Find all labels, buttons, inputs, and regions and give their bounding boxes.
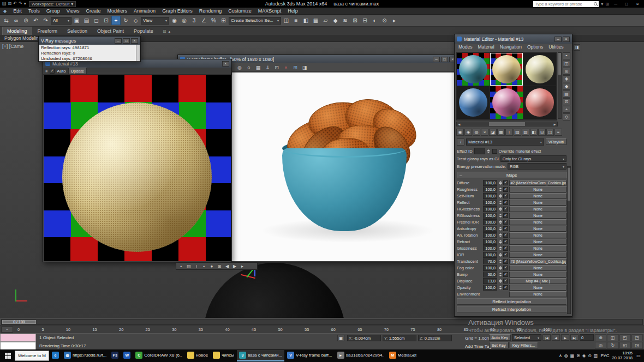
frame-buffer-tool-icon[interactable]: × bbox=[282, 64, 290, 71]
map-amount-field[interactable]: 100,0 bbox=[483, 180, 497, 186]
time-slider-track[interactable]: 0 / 100 bbox=[1, 319, 643, 325]
menu-item[interactable]: Modifiers bbox=[104, 8, 131, 15]
map-enable-checkbox[interactable]: ✓ bbox=[503, 226, 508, 231]
maximize-button[interactable]: □ bbox=[123, 38, 130, 44]
scrollbar[interactable] bbox=[136, 45, 140, 61]
toolbar-icon[interactable]: ≋ bbox=[341, 16, 350, 25]
map-enable-checkbox[interactable]: ✓ bbox=[503, 180, 508, 185]
workspace-dropdown[interactable]: Workspace: Default ▾ bbox=[29, 1, 76, 7]
material-editor-tool-icon[interactable]: ◉ bbox=[456, 129, 464, 136]
spinner[interactable] bbox=[498, 207, 502, 211]
map-slot-button[interactable]: None bbox=[509, 226, 567, 232]
map-amount-field[interactable]: 100,0 bbox=[483, 193, 497, 199]
material-editor-tool-icon[interactable]: ▦ bbox=[497, 129, 505, 136]
z-coordinate-field[interactable]: Z:0,292cm bbox=[418, 335, 452, 341]
preview-strip-icon[interactable]: ⊞ bbox=[216, 264, 223, 269]
toolbar-icon[interactable]: ▣ bbox=[72, 16, 81, 25]
minimize-button[interactable]: ─ bbox=[554, 37, 562, 42]
preview-strip-icon[interactable]: ▪ bbox=[201, 264, 207, 269]
viewport-nav-icon[interactable]: ◰ bbox=[619, 334, 631, 341]
frame-buffer-tool-icon[interactable]: ▦ bbox=[254, 64, 262, 71]
material-editor-tool-icon[interactable]: × bbox=[481, 129, 488, 136]
sample-tool-icon[interactable]: ▤ bbox=[563, 90, 570, 98]
menu-item[interactable]: Customize bbox=[225, 8, 255, 15]
menu-item[interactable]: Navigation bbox=[497, 44, 524, 51]
map-enable-checkbox[interactable]: ✓ bbox=[503, 207, 508, 212]
sample-tool-icon[interactable]: ◈ bbox=[563, 75, 570, 82]
sample-tool-icon[interactable]: ◓ bbox=[563, 52, 570, 59]
pick-material-icon[interactable]: / bbox=[457, 138, 464, 146]
toolbar-icon[interactable]: ⊡ bbox=[102, 16, 111, 25]
tray-icon[interactable]: ◈ bbox=[582, 353, 586, 358]
map-enable-checkbox[interactable]: ✓ bbox=[503, 187, 508, 192]
toolbar-icon[interactable]: ↻ bbox=[121, 16, 130, 25]
spinner[interactable] bbox=[498, 188, 502, 191]
maximize-button[interactable]: □ bbox=[622, 1, 631, 7]
taskbar-button[interactable]: e bbox=[50, 350, 61, 361]
taskbar-button[interactable]: Ps bbox=[109, 350, 121, 361]
close-icon[interactable]: × bbox=[563, 37, 570, 42]
material-type-button[interactable]: VRayMtl bbox=[546, 138, 567, 145]
ribbon-tab[interactable]: Object Paint bbox=[93, 27, 128, 35]
toolbar-icon[interactable]: ◆ bbox=[331, 16, 340, 25]
menu-item[interactable]: Modes bbox=[456, 44, 475, 51]
taskbar-button[interactable]: ◍ https://3ddd.ru/f... bbox=[62, 350, 109, 361]
scroll-left-icon[interactable]: ◀ bbox=[457, 123, 462, 126]
toolbar-icon[interactable]: ⊘ bbox=[21, 16, 31, 25]
material-editor-tool-icon[interactable]: i bbox=[505, 129, 513, 136]
preview-strip-icon[interactable]: ▤ bbox=[186, 264, 192, 269]
map-slot-button[interactable]: None bbox=[509, 219, 567, 225]
spinner[interactable] bbox=[498, 227, 502, 231]
map-amount-field[interactable]: 30,0 bbox=[483, 272, 497, 277]
menu-item[interactable]: Help bbox=[284, 8, 301, 15]
maximize-button[interactable]: □ bbox=[441, 57, 448, 62]
menu-item[interactable]: Material bbox=[475, 44, 497, 51]
y-coordinate-field[interactable]: Y:1,555cm bbox=[383, 335, 416, 341]
material-editor-tool-icon[interactable]: ◈ bbox=[464, 129, 472, 136]
spinner[interactable] bbox=[498, 279, 502, 283]
spinner[interactable] bbox=[498, 240, 502, 244]
material-sample-slot[interactable] bbox=[490, 53, 523, 86]
menu-item[interactable]: Rendering bbox=[196, 8, 225, 15]
spinner[interactable] bbox=[498, 260, 502, 263]
map-enable-checkbox[interactable]: ✓ bbox=[503, 266, 508, 270]
maxscript-listener[interactable] bbox=[0, 334, 36, 342]
quick-access-icon[interactable]: ▤ bbox=[2, 0, 7, 8]
sample-tool-icon[interactable]: ◆ bbox=[563, 83, 570, 90]
samples-hscrollbar[interactable]: ◀ ▶ bbox=[456, 122, 558, 126]
toolbar-icon[interactable]: ◐ bbox=[370, 16, 379, 25]
ribbon-tab[interactable]: Freeform bbox=[33, 27, 62, 35]
taskbar-button[interactable]: C CorelDRAW X8 (6... bbox=[133, 350, 184, 361]
material-editor-tool-icon[interactable]: ⊟ bbox=[538, 129, 546, 136]
material-name-dropdown[interactable]: Material #13 ▾ bbox=[466, 138, 544, 146]
x-coordinate-field[interactable]: X:-0,004cm bbox=[347, 335, 381, 341]
action-center-icon[interactable]: ▭ bbox=[635, 353, 642, 358]
menu-item[interactable]: MAXScript bbox=[255, 8, 285, 15]
map-amount-field[interactable]: 100,0 bbox=[483, 200, 497, 206]
map-slot-button[interactable]: None bbox=[509, 200, 567, 206]
menu-item[interactable]: Tools bbox=[25, 8, 43, 15]
map-slot-button[interactable]: None bbox=[509, 245, 567, 251]
reference-coordinate-dropdown[interactable]: View ▾ bbox=[141, 17, 169, 25]
selection-lock-icon[interactable]: ▣ bbox=[337, 335, 344, 341]
material-editor-titlebar[interactable]: Material Editor - Material #13 ─ × bbox=[455, 34, 572, 44]
toolbar-icon[interactable]: ◻ bbox=[92, 16, 101, 25]
update-button[interactable]: Update bbox=[68, 68, 87, 74]
set-key-button[interactable]: Set Key bbox=[489, 342, 509, 348]
close-icon[interactable]: × bbox=[131, 38, 138, 44]
map-slot-button[interactable]: None bbox=[509, 206, 567, 212]
map-slot-button[interactable]: None bbox=[509, 239, 567, 245]
map-slot-button[interactable]: None bbox=[509, 213, 567, 219]
map-slot-button[interactable]: None bbox=[509, 186, 567, 192]
frame-buffer-tool-icon[interactable]: ⊡ bbox=[273, 64, 281, 71]
viewport-nav-icon[interactable]: ⊕ bbox=[595, 334, 606, 341]
toolbar-icon[interactable]: ▸ bbox=[390, 16, 399, 25]
sample-tool-icon[interactable]: ⊡ bbox=[563, 98, 570, 105]
map-amount-field[interactable]: 100,0 bbox=[483, 226, 497, 232]
toolbar-icon[interactable]: ◫ bbox=[282, 16, 291, 25]
map-enable-checkbox[interactable]: ✓ bbox=[503, 259, 508, 264]
current-frame-field[interactable]: 0 bbox=[580, 334, 594, 341]
map-amount-field[interactable]: 70,0 bbox=[483, 258, 497, 264]
ribbon-minimize-icon[interactable]: ▴ bbox=[169, 29, 171, 34]
viewport-nav-icon[interactable]: ◱ bbox=[619, 342, 631, 349]
